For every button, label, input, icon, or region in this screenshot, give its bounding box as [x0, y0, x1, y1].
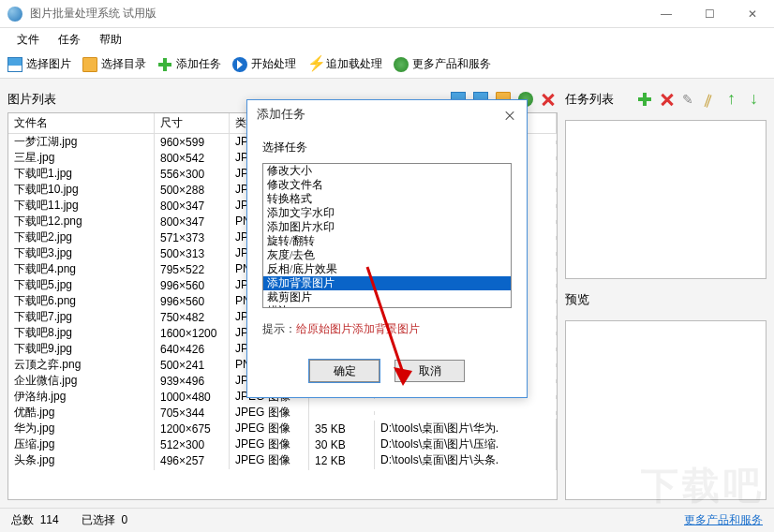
broom-icon — [705, 92, 720, 107]
plus-icon — [157, 57, 172, 72]
thumb-preview-5[interactable] — [539, 90, 558, 109]
table-row[interactable]: 头条.jpg496×257JPEG 图像12 KBD:\tools\桌面\图片\… — [8, 452, 557, 468]
task-list-title: 任务列表 — [565, 91, 635, 108]
task-option[interactable]: 添加文字水印 — [263, 206, 511, 220]
task-list-header: 任务列表 — [565, 86, 767, 112]
task-option[interactable]: 旋转/翻转 — [263, 234, 511, 248]
main-toolbar: 选择图片 选择目录 添加任务 开始处理 追加载处理 更多产品和服务 — [0, 51, 774, 79]
play-icon — [232, 57, 247, 72]
menu-file[interactable]: 文件 — [7, 28, 49, 51]
globe-icon — [394, 57, 409, 72]
preview-title: 预览 — [565, 291, 767, 308]
arrow-up-icon — [727, 92, 742, 107]
task-remove-button[interactable] — [658, 90, 677, 109]
arrow-down-icon — [750, 92, 765, 107]
add-task-label: 添加任务 — [176, 56, 221, 72]
preview-panel — [565, 320, 767, 500]
select-dir-button[interactable]: 选择目录 — [82, 56, 146, 72]
task-add-button[interactable] — [635, 90, 654, 109]
task-option[interactable]: 灰度/去色 — [263, 248, 511, 262]
minimize-button[interactable]: — — [645, 0, 688, 28]
menu-task[interactable]: 任务 — [49, 28, 90, 51]
more-button[interactable]: 更多产品和服务 — [394, 56, 491, 72]
task-clear-button[interactable] — [703, 90, 722, 109]
cancel-button[interactable]: 取消 — [394, 360, 465, 382]
maximize-button[interactable]: ☐ — [688, 0, 731, 28]
task-option[interactable]: 添加图片水印 — [263, 220, 511, 234]
column-name[interactable]: 文件名 — [8, 113, 155, 133]
task-option-list[interactable]: 修改大小修改文件名转换格式添加文字水印添加图片水印旋转/翻转灰度/去色反相/底片… — [262, 163, 512, 308]
bottom-link[interactable]: 更多产品和服务 — [684, 512, 763, 528]
status-selected: 已选择 0 — [82, 512, 127, 528]
select-image-label: 选择图片 — [26, 56, 71, 72]
task-down-button[interactable] — [748, 90, 767, 109]
task-option[interactable]: 转换格式 — [263, 192, 511, 206]
add-task-dialog: 添加任务 选择任务 修改大小修改文件名转换格式添加文字水印添加图片水印旋转/翻转… — [246, 99, 528, 398]
task-edit-button[interactable] — [680, 90, 699, 109]
dialog-title: 添加任务 — [247, 100, 527, 128]
task-option[interactable]: 描边 — [263, 304, 511, 308]
wand-icon — [682, 92, 697, 107]
x-icon — [541, 92, 556, 107]
dialog-hint: 提示：给原始图片添加背景图片 — [262, 321, 512, 337]
preview-header: 预览 — [565, 287, 767, 313]
column-size[interactable]: 尺寸 — [155, 113, 230, 133]
add-task-button[interactable]: 添加任务 — [157, 56, 221, 72]
task-option[interactable]: 裁剪图片 — [263, 290, 511, 304]
select-image-button[interactable]: 选择图片 — [7, 56, 71, 72]
image-icon — [7, 57, 22, 72]
start-button[interactable]: 开始处理 — [232, 56, 296, 72]
menu-help[interactable]: 帮助 — [90, 28, 131, 51]
task-list-panel[interactable] — [565, 120, 767, 279]
plus-icon — [637, 92, 652, 107]
task-up-button[interactable] — [725, 90, 744, 109]
start-label: 开始处理 — [251, 56, 296, 72]
ok-button[interactable]: 确定 — [309, 360, 380, 382]
x-icon — [660, 92, 675, 107]
task-option[interactable]: 修改大小 — [263, 164, 511, 178]
dialog-section-label: 选择任务 — [262, 140, 512, 155]
title-bar: 图片批量处理系统 试用版 — ☐ ✕ — [0, 0, 774, 28]
close-button[interactable]: ✕ — [731, 0, 774, 28]
folder-icon — [82, 57, 97, 72]
task-option[interactable]: 修改文件名 — [263, 178, 511, 192]
task-option[interactable]: 添加背景图片 — [263, 276, 511, 290]
status-bar: 总数 114 已选择 0 — [0, 508, 774, 532]
select-dir-label: 选择目录 — [101, 56, 146, 72]
task-option[interactable]: 反相/底片效果 — [263, 262, 511, 276]
append-button[interactable]: 追加载处理 — [307, 56, 382, 72]
append-label: 追加载处理 — [326, 56, 382, 72]
dialog-close-button[interactable] — [499, 104, 521, 126]
more-label: 更多产品和服务 — [412, 56, 491, 72]
bolt-icon — [307, 57, 322, 72]
app-icon — [7, 7, 22, 22]
window-title: 图片批量处理系统 试用版 — [30, 6, 645, 22]
status-total: 总数 114 — [11, 512, 59, 528]
menu-bar: 文件 任务 帮助 — [0, 28, 774, 51]
